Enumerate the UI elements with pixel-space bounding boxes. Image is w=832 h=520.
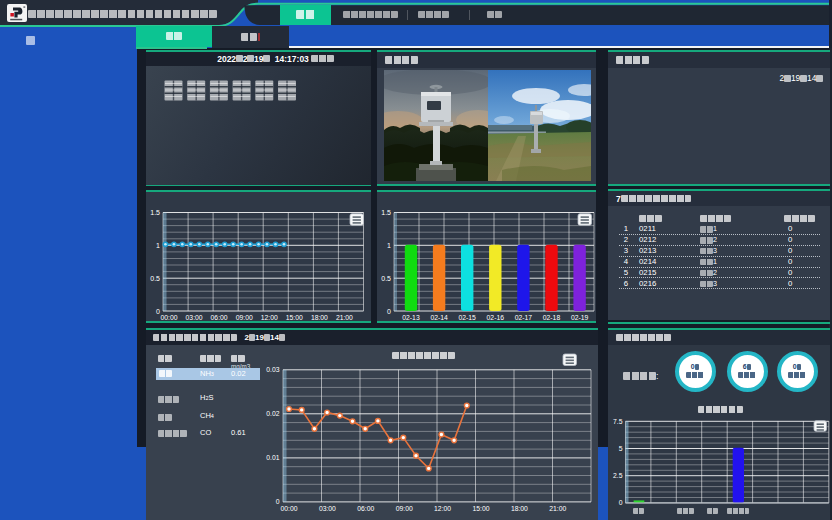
- svg-text:02-14: 02-14: [430, 314, 448, 321]
- svg-text:18:00: 18:00: [511, 505, 528, 512]
- svg-text:00:00: 00:00: [280, 505, 297, 512]
- svg-text:1: 1: [387, 242, 391, 249]
- svg-text:02-13: 02-13: [402, 314, 420, 321]
- svg-text:21:00: 21:00: [549, 505, 566, 512]
- svg-text:12:00: 12:00: [261, 314, 278, 321]
- svg-text:00:00: 00:00: [160, 314, 177, 321]
- svg-text:0: 0: [387, 308, 391, 315]
- svg-text:15:00: 15:00: [472, 505, 489, 512]
- svg-text:02-16: 02-16: [487, 314, 505, 321]
- svg-text:06:00: 06:00: [211, 314, 228, 321]
- svg-text:02-15: 02-15: [459, 314, 477, 321]
- svg-text:0.02: 0.02: [266, 410, 279, 417]
- svg-text:5: 5: [619, 445, 623, 452]
- svg-text:1.5: 1.5: [381, 209, 391, 216]
- svg-text:18:00: 18:00: [311, 314, 328, 321]
- svg-text:02-18: 02-18: [543, 314, 561, 321]
- svg-text:12:00: 12:00: [434, 505, 451, 512]
- svg-text:0: 0: [619, 499, 623, 505]
- svg-text:03:00: 03:00: [186, 314, 203, 321]
- svg-text:0: 0: [276, 498, 280, 505]
- svg-text:02-17: 02-17: [515, 314, 533, 321]
- svg-text:21:00: 21:00: [336, 314, 353, 321]
- svg-text:0.01: 0.01: [266, 454, 279, 461]
- svg-text:0: 0: [156, 308, 160, 315]
- svg-text:15:00: 15:00: [286, 314, 303, 321]
- svg-text:0.5: 0.5: [150, 275, 160, 282]
- svg-text:1: 1: [156, 242, 160, 249]
- svg-text:09:00: 09:00: [396, 505, 413, 512]
- svg-text:1.5: 1.5: [150, 209, 160, 216]
- svg-text:2.5: 2.5: [613, 472, 623, 479]
- svg-text:0.03: 0.03: [266, 366, 279, 373]
- svg-text:02-19: 02-19: [571, 314, 589, 321]
- svg-text:0.5: 0.5: [381, 275, 391, 282]
- svg-text:09:00: 09:00: [236, 314, 253, 321]
- svg-text:06:00: 06:00: [357, 505, 374, 512]
- svg-text:7.5: 7.5: [613, 418, 623, 425]
- svg-text:03:00: 03:00: [319, 505, 336, 512]
